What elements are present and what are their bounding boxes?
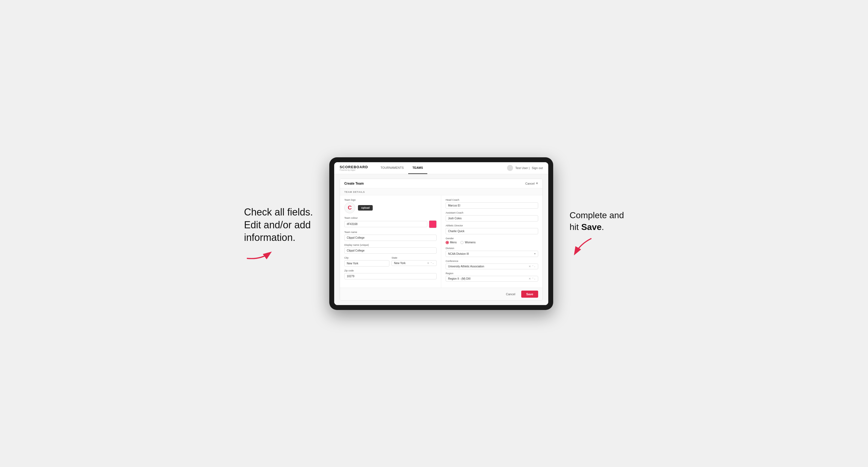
state-subgroup: State New York ✕ ⌃⌄ <box>392 256 437 267</box>
division-select-wrapper: NCAA Division III ▼ <box>445 251 538 257</box>
region-clear-icon[interactable]: ✕ <box>528 277 532 280</box>
gender-options: Mens Womens <box>445 241 538 244</box>
form-panel: Create Team Cancel ✕ TEAM DETAILS <box>340 179 543 301</box>
conference-value: University Athletic Association <box>448 265 528 268</box>
state-clear-icon[interactable]: ✕ <box>426 261 430 264</box>
brand: SCOREBOARD Powered by clippd <box>340 165 368 171</box>
right-arrow-svg <box>569 236 597 257</box>
user-label: Test User | <box>515 166 529 169</box>
annotation-left-text: Check all fields. Edit and/or add inform… <box>244 206 313 244</box>
city-label: City <box>344 256 390 259</box>
upload-button[interactable]: Upload <box>358 205 373 211</box>
logo-circle: C <box>344 203 355 213</box>
conference-clear-icon[interactable]: ✕ <box>528 265 532 268</box>
display-name-input[interactable] <box>344 247 437 254</box>
sign-out-link[interactable]: Sign out <box>532 166 543 169</box>
cancel-x-button[interactable]: Cancel ✕ <box>525 182 538 185</box>
form-body: Team logo C Upload <box>340 195 542 287</box>
mens-radio-dot[interactable] <box>445 241 449 244</box>
head-coach-group: Head Coach <box>445 198 538 209</box>
logo-section: C Upload <box>344 203 437 213</box>
athletic-director-group: Athletic Director <box>445 224 538 234</box>
colour-swatch[interactable] <box>429 220 437 228</box>
region-arrows-icon: ⌃⌄ <box>532 277 536 280</box>
athletic-director-input[interactable] <box>445 228 538 234</box>
assistant-coach-group: Assistant Coach <box>445 211 538 221</box>
conference-label: Conference <box>445 260 538 262</box>
athletic-director-label: Athletic Director <box>445 224 538 227</box>
team-logo-group: Team logo C Upload <box>344 198 437 213</box>
division-group: Division NCAA Division III ▼ <box>445 247 538 257</box>
state-tag-wrapper: New York ✕ ⌃⌄ <box>392 260 437 266</box>
assistant-coach-input[interactable] <box>445 215 538 221</box>
annotation-right-text: Complete and hit Save. <box>569 210 624 233</box>
brand-sub: Powered by clippd <box>340 169 368 171</box>
city-input[interactable] <box>344 260 390 267</box>
conference-arrows-icon: ⌃⌄ <box>532 265 536 268</box>
state-label: State <box>392 256 437 259</box>
team-name-input[interactable] <box>344 235 437 241</box>
womens-radio-dot[interactable] <box>460 241 464 244</box>
region-value: Region II - (M) DIII <box>448 277 528 280</box>
conference-tag-wrapper: University Athletic Association ✕ ⌃⌄ <box>445 263 538 269</box>
team-name-label: Team name <box>344 231 437 234</box>
nav-tournaments[interactable]: TOURNAMENTS <box>376 162 408 174</box>
team-name-group: Team name <box>344 231 437 241</box>
page-wrapper: Check all fields. Edit and/or add inform… <box>243 157 625 310</box>
user-avatar <box>507 165 513 171</box>
right-annotation: Complete and hit Save. <box>569 210 624 257</box>
region-tag-wrapper: Region II - (M) DIII ✕ ⌃⌄ <box>445 276 538 282</box>
nav-teams[interactable]: TEAMS <box>408 162 428 174</box>
nav-right: Test User | Sign out <box>507 165 543 171</box>
team-colour-group: Team colour <box>344 217 437 228</box>
save-button[interactable]: Save <box>521 290 538 298</box>
display-name-group: Display name (unique) <box>344 244 437 254</box>
team-colour-input[interactable] <box>344 221 427 227</box>
city-state-group: City State New York ✕ ⌃⌄ <box>344 256 437 267</box>
form-footer: Cancel Save <box>340 287 542 301</box>
head-coach-input[interactable] <box>445 203 538 209</box>
main-content: Create Team Cancel ✕ TEAM DETAILS <box>334 174 548 305</box>
section-label: TEAM DETAILS <box>340 188 542 195</box>
zip-input[interactable] <box>344 273 437 279</box>
navbar: SCOREBOARD Powered by clippd TOURNAMENTS… <box>334 162 548 174</box>
head-coach-label: Head Coach <box>445 198 538 201</box>
conference-group: Conference University Athletic Associati… <box>445 260 538 269</box>
team-colour-label: Team colour <box>344 217 437 219</box>
form-header: Create Team Cancel ✕ <box>340 179 542 188</box>
gender-mens-option[interactable]: Mens <box>445 241 457 244</box>
assistant-coach-label: Assistant Coach <box>445 211 538 214</box>
state-value: New York <box>394 261 426 264</box>
region-group: Region Region II - (M) DIII ✕ ⌃⌄ <box>445 272 538 282</box>
nav-links: TOURNAMENTS TEAMS <box>376 162 507 174</box>
zip-group: Zip code <box>344 269 437 279</box>
form-title: Create Team <box>344 182 364 185</box>
brand-title: SCOREBOARD <box>340 165 368 169</box>
tablet-frame: SCOREBOARD Powered by clippd TOURNAMENTS… <box>329 157 553 310</box>
gender-womens-option[interactable]: Womens <box>460 241 475 244</box>
city-subgroup: City <box>344 256 390 267</box>
gender-group: Gender Mens Womens <box>445 237 538 244</box>
form-left-col: Team logo C Upload <box>340 195 441 287</box>
zip-label: Zip code <box>344 269 437 272</box>
gender-label: Gender <box>445 237 538 240</box>
left-annotation: Check all fields. Edit and/or add inform… <box>244 206 313 261</box>
division-label: Division <box>445 247 538 250</box>
left-arrow <box>244 247 277 261</box>
cancel-button[interactable]: Cancel <box>502 290 519 298</box>
colour-field-wrapper <box>344 220 437 228</box>
region-label: Region <box>445 272 538 275</box>
tablet-screen: SCOREBOARD Powered by clippd TOURNAMENTS… <box>334 162 548 305</box>
close-icon: ✕ <box>536 182 538 185</box>
state-arrows-icon: ⌃⌄ <box>430 262 434 264</box>
division-select[interactable]: NCAA Division III <box>445 251 538 257</box>
team-logo-label: Team logo <box>344 198 437 201</box>
left-arrow-svg <box>244 247 277 261</box>
display-name-label: Display name (unique) <box>344 244 437 246</box>
form-right-col: Head Coach Assistant Coach Athletic Dire… <box>441 195 542 287</box>
